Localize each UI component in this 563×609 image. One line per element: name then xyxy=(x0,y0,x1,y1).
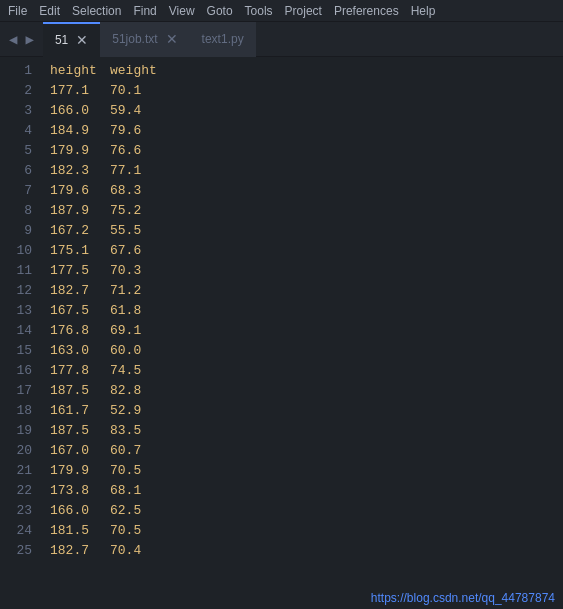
line-number: 18 xyxy=(0,401,42,421)
col1-value: 179.9 xyxy=(50,141,110,161)
col1-value: height xyxy=(50,61,110,81)
col1-value: 179.6 xyxy=(50,181,110,201)
tab-51-close[interactable]: ✕ xyxy=(76,33,88,47)
table-row: 182.377.1 xyxy=(50,161,563,181)
col1-value: 177.8 xyxy=(50,361,110,381)
line-number: 25 xyxy=(0,541,42,561)
col2-value: weight xyxy=(110,63,157,78)
table-row: 166.059.4 xyxy=(50,101,563,121)
table-row: heightweight xyxy=(50,61,563,81)
col1-value: 167.5 xyxy=(50,301,110,321)
table-row: 187.975.2 xyxy=(50,201,563,221)
col1-value: 187.5 xyxy=(50,381,110,401)
tab-bar: ◀ ▶ 51 ✕ 51job.txt ✕ text1.py xyxy=(0,22,563,57)
table-row: 167.255.5 xyxy=(50,221,563,241)
col1-value: 161.7 xyxy=(50,401,110,421)
col1-value: 177.1 xyxy=(50,81,110,101)
tab-51job-close[interactable]: ✕ xyxy=(166,32,178,46)
col2-value: 75.2 xyxy=(110,203,141,218)
tab-51job[interactable]: 51job.txt ✕ xyxy=(100,22,189,57)
col1-value: 176.8 xyxy=(50,321,110,341)
tab-51-label: 51 xyxy=(55,33,68,47)
tab-text1py[interactable]: text1.py xyxy=(190,22,256,57)
line-number: 4 xyxy=(0,121,42,141)
menu-help[interactable]: Help xyxy=(411,4,436,18)
line-number: 19 xyxy=(0,421,42,441)
col2-value: 68.3 xyxy=(110,183,141,198)
table-row: 166.062.5 xyxy=(50,501,563,521)
line-number: 20 xyxy=(0,441,42,461)
col1-value: 167.0 xyxy=(50,441,110,461)
col2-value: 76.6 xyxy=(110,143,141,158)
col1-value: 182.3 xyxy=(50,161,110,181)
line-number: 9 xyxy=(0,221,42,241)
tab-51job-label: 51job.txt xyxy=(112,32,157,46)
col2-value: 70.5 xyxy=(110,463,141,478)
col2-value: 83.5 xyxy=(110,423,141,438)
tab-nav: ◀ ▶ xyxy=(0,29,43,50)
menu-tools[interactable]: Tools xyxy=(245,4,273,18)
tab-51[interactable]: 51 ✕ xyxy=(43,22,100,57)
col2-value: 70.3 xyxy=(110,263,141,278)
col1-value: 177.5 xyxy=(50,261,110,281)
menu-file[interactable]: File xyxy=(8,4,27,18)
line-number: 17 xyxy=(0,381,42,401)
nav-left-arrow[interactable]: ◀ xyxy=(6,29,20,50)
table-row: 167.060.7 xyxy=(50,441,563,461)
menu-find[interactable]: Find xyxy=(133,4,156,18)
col1-value: 163.0 xyxy=(50,341,110,361)
col1-value: 179.9 xyxy=(50,461,110,481)
col2-value: 70.1 xyxy=(110,83,141,98)
editor: 1234567891011121314151617181920212223242… xyxy=(0,57,563,609)
line-number: 21 xyxy=(0,461,42,481)
table-row: 181.570.5 xyxy=(50,521,563,541)
table-row: 173.868.1 xyxy=(50,481,563,501)
line-number: 15 xyxy=(0,341,42,361)
table-row: 177.570.3 xyxy=(50,261,563,281)
line-number: 24 xyxy=(0,521,42,541)
menu-preferences[interactable]: Preferences xyxy=(334,4,399,18)
col1-value: 173.8 xyxy=(50,481,110,501)
tab-text1py-label: text1.py xyxy=(202,32,244,46)
line-number: 1 xyxy=(0,61,42,81)
table-row: 179.976.6 xyxy=(50,141,563,161)
col2-value: 77.1 xyxy=(110,163,141,178)
line-number: 2 xyxy=(0,81,42,101)
col2-value: 55.5 xyxy=(110,223,141,238)
col1-value: 166.0 xyxy=(50,101,110,121)
col2-value: 70.5 xyxy=(110,523,141,538)
menu-goto[interactable]: Goto xyxy=(207,4,233,18)
menu-project[interactable]: Project xyxy=(285,4,322,18)
table-row: 161.752.9 xyxy=(50,401,563,421)
menu-edit[interactable]: Edit xyxy=(39,4,60,18)
table-row: 176.869.1 xyxy=(50,321,563,341)
code-content[interactable]: heightweight177.170.1166.059.4184.979.61… xyxy=(42,57,563,609)
table-row: 175.167.6 xyxy=(50,241,563,261)
col1-value: 182.7 xyxy=(50,281,110,301)
col2-value: 61.8 xyxy=(110,303,141,318)
line-number: 6 xyxy=(0,161,42,181)
col2-value: 60.0 xyxy=(110,343,141,358)
col1-value: 167.2 xyxy=(50,221,110,241)
line-number: 3 xyxy=(0,101,42,121)
menu-view[interactable]: View xyxy=(169,4,195,18)
table-row: 179.970.5 xyxy=(50,461,563,481)
table-row: 177.170.1 xyxy=(50,81,563,101)
table-row: 182.770.4 xyxy=(50,541,563,561)
col1-value: 184.9 xyxy=(50,121,110,141)
col2-value: 69.1 xyxy=(110,323,141,338)
line-number: 12 xyxy=(0,281,42,301)
col2-value: 79.6 xyxy=(110,123,141,138)
line-number: 7 xyxy=(0,181,42,201)
menu-selection[interactable]: Selection xyxy=(72,4,121,18)
nav-right-arrow[interactable]: ▶ xyxy=(22,29,36,50)
col1-value: 182.7 xyxy=(50,541,110,561)
line-number: 5 xyxy=(0,141,42,161)
table-row: 182.771.2 xyxy=(50,281,563,301)
col1-value: 187.5 xyxy=(50,421,110,441)
col2-value: 74.5 xyxy=(110,363,141,378)
line-number: 10 xyxy=(0,241,42,261)
col2-value: 62.5 xyxy=(110,503,141,518)
menu-bar: File Edit Selection Find View Goto Tools… xyxy=(0,0,563,22)
col2-value: 59.4 xyxy=(110,103,141,118)
